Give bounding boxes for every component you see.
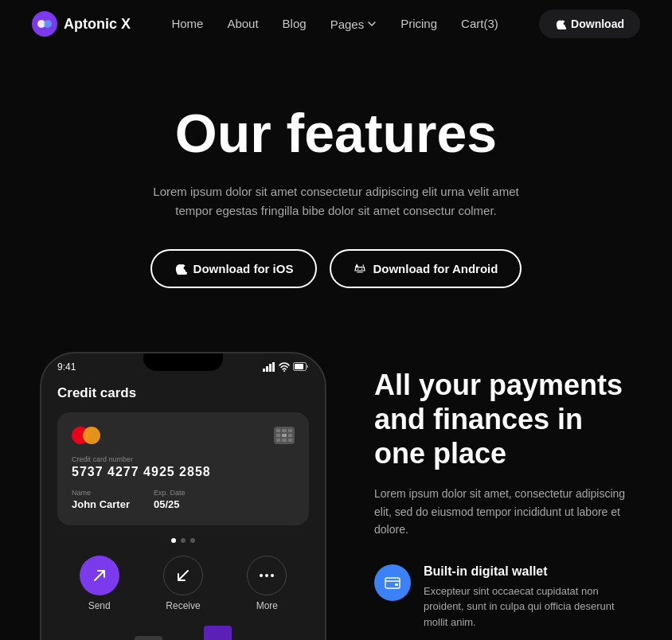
svg-point-4 — [361, 268, 363, 270]
hero-heading: Our features — [32, 103, 640, 163]
svg-point-2 — [44, 20, 52, 28]
svg-rect-5 — [263, 369, 265, 372]
logo-icon — [32, 11, 57, 37]
receive-icon — [175, 568, 191, 583]
action-buttons-row: Send Receive — [57, 556, 309, 611]
nav-about[interactable]: About — [227, 17, 258, 31]
bar-3 — [135, 636, 162, 640]
bar-5-highlight — [204, 626, 232, 640]
status-icons — [263, 362, 309, 372]
nav-download-button[interactable]: Download — [539, 10, 640, 38]
svg-rect-7 — [269, 364, 272, 372]
svg-rect-11 — [295, 364, 303, 369]
phone-notch — [143, 353, 223, 371]
features-content: All your payments and finances in one pl… — [374, 352, 632, 640]
card-name: Name John Carter — [72, 489, 130, 511]
logo[interactable]: Aptonic X — [32, 11, 131, 37]
logo-text: Aptonic X — [64, 16, 131, 33]
wallet-icon — [384, 574, 401, 591]
wallet-icon-circle — [374, 564, 411, 601]
svg-point-13 — [265, 574, 268, 577]
chip-icon — [274, 427, 295, 444]
action-more[interactable]: More — [247, 556, 287, 611]
card-number: 5737 4277 4925 2858 — [72, 465, 295, 479]
feature-item-wallet: Built-in digital wallet Excepteur sint o… — [374, 564, 632, 630]
send-circle — [80, 556, 119, 595]
hero-section: Our features Lorem ipsum dolor sit amet … — [0, 48, 672, 336]
card-logos — [72, 427, 295, 444]
download-ios-button[interactable]: Download for iOS — [150, 249, 318, 288]
send-icon — [92, 568, 107, 583]
feature-text-wallet: Built-in digital wallet Excepteur sint o… — [424, 564, 632, 630]
phone-mockup: 9:41 — [40, 352, 326, 640]
phone-content: Credit cards Credit card number — [41, 376, 325, 640]
apple-icon — [555, 18, 566, 29]
card-dot-3 — [190, 538, 195, 543]
action-receive[interactable]: Receive — [163, 556, 203, 611]
features-heading: All your payments and finances in one pl… — [374, 368, 632, 471]
nav-cart[interactable]: Cart(3) — [461, 17, 498, 31]
apple-icon-ios — [174, 262, 187, 275]
nav-pricing[interactable]: Pricing — [400, 17, 437, 31]
chevron-down-icon — [367, 19, 377, 29]
nav-home[interactable]: Home — [171, 17, 203, 31]
battery-icon — [293, 362, 309, 371]
card-widget: Credit card number 5737 4277 4925 2858 N… — [57, 412, 309, 525]
mastercard-icon — [72, 427, 100, 444]
android-icon — [354, 262, 366, 275]
card-expiry: Exp. Date 05/25 — [154, 489, 186, 511]
svg-rect-15 — [385, 578, 400, 588]
card-number-label: Credit card number — [72, 455, 295, 463]
hero-buttons: Download for iOS Download for Android — [32, 249, 640, 288]
action-send[interactable]: Send — [80, 556, 119, 611]
features-description: Lorem ipsum dolor sit amet, consectetur … — [374, 485, 632, 538]
card-dots — [57, 538, 309, 543]
phone-time: 9:41 — [57, 361, 76, 373]
more-circle — [247, 556, 287, 595]
wifi-icon — [279, 362, 290, 372]
svg-rect-16 — [395, 583, 398, 586]
svg-rect-6 — [266, 366, 268, 372]
more-icon — [259, 573, 275, 578]
download-android-button[interactable]: Download for Android — [330, 249, 522, 288]
svg-point-12 — [260, 574, 263, 577]
svg-point-9 — [283, 370, 285, 372]
bar-chart — [57, 624, 309, 640]
nav-pages[interactable]: Pages — [330, 18, 377, 31]
receive-circle — [163, 556, 203, 595]
features-section: 9:41 — [0, 336, 672, 640]
svg-rect-8 — [272, 362, 275, 372]
nav-blog[interactable]: Blog — [283, 17, 307, 31]
card-details-row: Name John Carter Exp. Date 05/25 — [72, 489, 295, 511]
svg-point-14 — [271, 574, 274, 577]
card-dot-2 — [181, 538, 186, 543]
card-dot-1 — [171, 538, 176, 543]
hero-description: Lorem ipsum dolor sit amet consectetur a… — [137, 182, 535, 220]
nav-links: Home About Blog Pages Pricing Cart(3) — [171, 17, 498, 31]
signal-icon — [263, 362, 275, 372]
navbar: Aptonic X Home About Blog Pages Pricing … — [0, 0, 672, 48]
phone-mockup-wrapper: 9:41 — [40, 352, 326, 640]
credit-cards-label: Credit cards — [57, 385, 309, 401]
svg-point-3 — [357, 268, 359, 270]
